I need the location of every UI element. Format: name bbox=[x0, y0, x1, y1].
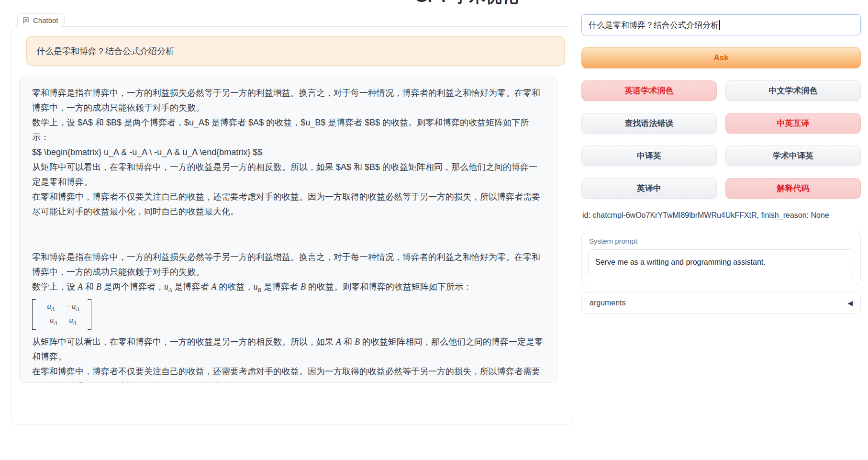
page-title-clipped: GPT 学术优化 bbox=[0, 0, 868, 5]
system-prompt-card: System prompt Serve me as a writing and … bbox=[581, 231, 861, 285]
system-prompt-label: System prompt bbox=[589, 237, 854, 245]
arguments-accordion[interactable]: arguments ◀ bbox=[581, 292, 861, 314]
chatbot-label: Chatbot bbox=[17, 13, 65, 27]
button-en-to-zh[interactable]: 英译中 bbox=[581, 178, 717, 199]
bot-rendered-paragraph-1: 零和博弈是指在博弈中，一方的利益损失必然等于另一方的利益增益。换言之，对于每一种… bbox=[32, 250, 545, 280]
user-message-bubble: 什么是零和博弈？结合公式介绍分析 bbox=[26, 36, 565, 66]
button-explain-code[interactable]: 解释代码 bbox=[725, 178, 861, 199]
paragraph-gap bbox=[32, 219, 545, 250]
payoff-matrix: uA −uA −uA uA bbox=[32, 299, 91, 330]
math-var: A bbox=[211, 282, 217, 292]
button-academic-zh-to-en[interactable]: 学术中译英 bbox=[725, 146, 861, 166]
math-var: uA bbox=[164, 282, 172, 292]
question-input-value: 什么是零和博弈？结合公式介绍分析 bbox=[589, 20, 719, 31]
system-prompt-input[interactable]: Serve me as a writing and programming as… bbox=[588, 249, 854, 275]
chatbot-label-text: Chatbot bbox=[33, 16, 58, 24]
math-var: A bbox=[78, 282, 83, 292]
bot-rendered-paragraph-3: 从矩阵中可以看出，在零和博弈中，一方的收益是另一方的相反数。所以，如果 A 和 … bbox=[32, 335, 545, 364]
bot-message-bubble: 零和博弈是指在博弈中，一方的利益损失必然等于另一方的利益增益。换言之，对于每一种… bbox=[19, 76, 557, 383]
text-cursor bbox=[719, 20, 720, 30]
arguments-accordion-label: arguments bbox=[590, 299, 626, 307]
button-zh-to-en[interactable]: 中译英 bbox=[581, 146, 717, 166]
bot-rendered-paragraph-2: 数学上，设 A 和 B 是两个博弈者，uA 是博弈者 A 的收益，uB 是博弈者… bbox=[32, 280, 545, 298]
bot-raw-paragraph-1: 零和博弈是指在博弈中，一方的利益损失必然等于另一方的利益增益。换言之，对于每一种… bbox=[32, 86, 545, 115]
button-find-grammar-errors[interactable]: 查找语法错误 bbox=[581, 113, 717, 134]
bot-raw-paragraph-2: 数学上，设 $A$ 和 $B$ 是两个博弈者，$u_A$ 是博弈者 $A$ 的收… bbox=[32, 115, 545, 145]
bot-rendered-paragraph-4: 在零和博弈中，博弈者不仅要关注自己的收益，还需要考虑对手的收益。因为一方取得的收… bbox=[32, 364, 545, 383]
bot-raw-latex-line: $$ \begin{bmatrix} u_A & -u_A \ -u_A & u… bbox=[32, 145, 545, 160]
chatbot-panel: Chatbot 什么是零和博弈？结合公式介绍分析 零和博弈是指在博弈中，一方的利… bbox=[11, 26, 572, 425]
math-var: B bbox=[355, 337, 360, 347]
matrix-right-bracket bbox=[88, 299, 91, 330]
button-chinese-academic-polish[interactable]: 中文学术润色 bbox=[725, 80, 861, 101]
matrix-row: −uA uA bbox=[40, 314, 84, 328]
ask-button[interactable]: Ask bbox=[581, 47, 861, 68]
accordion-collapse-icon: ◀ bbox=[847, 299, 853, 307]
completion-meta-line: id: chatcmpl-6wOo7KrYTwMl89lbrMWRu4UkFFX… bbox=[582, 211, 829, 220]
matrix-row: uA −uA bbox=[40, 301, 84, 314]
page-title: GPT 学术优化 bbox=[415, 0, 518, 5]
math-var: B bbox=[300, 282, 306, 292]
math-var: uB bbox=[254, 282, 261, 292]
button-english-academic-polish[interactable]: 英语学术润色 bbox=[581, 80, 717, 101]
chat-bubble-icon bbox=[22, 17, 30, 24]
math-var: A bbox=[336, 337, 341, 347]
button-zh-en-mutual-translate[interactable]: 中英互译 bbox=[725, 113, 861, 134]
matrix-left-bracket bbox=[32, 299, 36, 330]
bot-raw-paragraph-3: 从矩阵中可以看出，在零和博弈中，一方的收益是另一方的相反数。所以，如果 $A$ … bbox=[32, 160, 545, 190]
user-message-text: 什么是零和博弈？结合公式介绍分析 bbox=[36, 45, 174, 57]
bot-raw-paragraph-4: 在零和博弈中，博弈者不仅要关注自己的收益，还需要考虑对手的收益。因为一方取得的收… bbox=[32, 190, 545, 219]
quick-actions-grid: 英语学术润色 中文学术润色 查找语法错误 中英互译 中译英 学术中译英 英译中 … bbox=[581, 80, 861, 199]
question-input[interactable]: 什么是零和博弈？结合公式介绍分析 bbox=[581, 14, 861, 35]
math-var: B bbox=[96, 282, 101, 292]
